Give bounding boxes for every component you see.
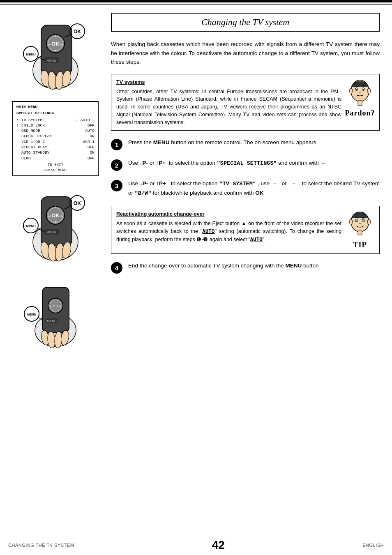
pardon-illustration: Pardon? <box>346 78 374 117</box>
page-title: Changing the TV system <box>111 13 380 32</box>
bottom-right-label: English <box>362 543 384 548</box>
svg-text:MENU: MENU <box>26 53 36 56</box>
page-number: 42 <box>74 539 362 552</box>
step-3: 3 Use ↓P- or ↑P+ to select the option "T… <box>111 179 380 198</box>
svg-text:►: ► <box>60 214 64 218</box>
svg-point-62 <box>367 88 371 93</box>
svg-point-61 <box>349 88 353 93</box>
svg-point-68 <box>363 221 364 222</box>
step-1: 1 Press the MENU button on the remote co… <box>111 138 380 150</box>
tv-systems-text: TV systems Other countries, other TV sys… <box>116 78 341 127</box>
svg-point-70 <box>367 219 371 224</box>
remote-illustration-1: OK ▲ ▼ ◄ ► MENU OK <box>18 13 92 93</box>
svg-text:▲▼◄►: ▲▼◄► <box>49 304 62 308</box>
step-1-number: 1 <box>111 139 122 150</box>
step-4: 4 End the change-over to automatic TV sy… <box>111 261 380 274</box>
step-2-text: Use ↓P- or ↑P+ to select the option "SPE… <box>128 159 380 168</box>
bottom-left-label: Changing the TV system <box>8 543 74 548</box>
svg-text:▲: ▲ <box>54 33 58 37</box>
svg-text:◄: ◄ <box>48 42 51 46</box>
top-bar-thick <box>0 0 392 2</box>
right-content: Changing the TV system When playing back… <box>107 13 392 351</box>
svg-rect-71 <box>358 231 362 235</box>
svg-text:▲: ▲ <box>54 205 58 209</box>
intro-paragraph: When playing back cassettes which have b… <box>111 40 380 67</box>
tip-box: Reactivating automatic change-over As so… <box>111 206 380 254</box>
step-1-text: Press the MENU button on the remote cont… <box>128 138 380 147</box>
tv-systems-title: TV systems <box>116 78 341 86</box>
step-2-number: 2 <box>111 159 122 171</box>
svg-text:◄: ◄ <box>48 214 51 218</box>
step-4-text: End the change-over to automatic TV syst… <box>128 261 380 270</box>
tip-box-title: Reactivating automatic change-over <box>116 210 341 218</box>
left-sidebar: OK ▲ ▼ ◄ ► MENU OK <box>0 13 107 351</box>
svg-text:OK: OK <box>74 200 81 206</box>
tip-box-text: Reactivating automatic change-over As so… <box>116 210 341 244</box>
tv-systems-info-box: TV systems Other countries, other TV sys… <box>111 74 380 131</box>
tv-systems-body: Other countries, other TV systems: In ce… <box>116 89 341 125</box>
svg-text:MENU: MENU <box>27 313 36 316</box>
tip-box-body: As soon as a cassette is ejected with th… <box>116 221 341 242</box>
step-2: 2 Use ↓P- or ↑P+ to select the option "S… <box>111 159 380 171</box>
step-3-text: Use ↓P- or ↑P+ to select the option "TV … <box>128 179 380 198</box>
svg-text:MENU: MENU <box>47 319 57 323</box>
step-3-number: 3 <box>111 180 122 191</box>
svg-text:MENU: MENU <box>46 59 56 62</box>
svg-text:▼: ▼ <box>54 48 58 53</box>
svg-text:OK: OK <box>51 41 60 47</box>
svg-rect-63 <box>358 101 362 106</box>
svg-text:►: ► <box>60 42 64 46</box>
svg-point-59 <box>356 89 357 90</box>
tip-label: TIP <box>353 241 367 249</box>
tip-illustration: TIP <box>346 210 374 249</box>
screen-menu-illustration: MAIN MENU SPECIAL SETTINGS •TV SYSTEM← A… <box>12 101 99 176</box>
svg-point-67 <box>356 221 357 222</box>
svg-text:MENU: MENU <box>26 224 36 228</box>
svg-point-69 <box>349 219 353 224</box>
svg-point-60 <box>363 89 364 90</box>
svg-text:OK: OK <box>74 29 81 35</box>
bottom-bar: Changing the TV system 42 English <box>0 535 392 555</box>
remote-illustration-2: OK ▲ ▼ ◄ ► MENU OK MENU <box>18 184 92 265</box>
svg-text:MENU: MENU <box>46 230 56 234</box>
svg-text:▼: ▼ <box>54 220 58 224</box>
remote-illustration-3: ▲▼◄► MENU MENU <box>23 277 88 351</box>
step-4-number: 4 <box>111 262 122 274</box>
pardon-label: Pardon? <box>345 109 375 117</box>
svg-text:OK: OK <box>51 212 60 219</box>
